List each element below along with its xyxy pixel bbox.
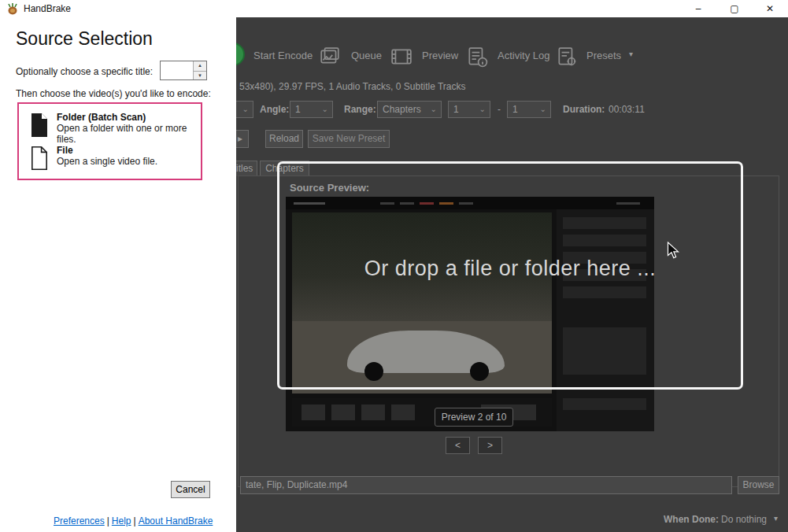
file-option[interactable]: File Open a single video file. — [25, 143, 197, 176]
when-done-label: When Done: — [664, 514, 719, 525]
preview-button[interactable]: Preview — [422, 50, 458, 61]
minimize-button[interactable]: – — [680, 0, 716, 17]
cancel-button[interactable]: Cancel — [171, 481, 210, 498]
chevron-down-icon[interactable]: ▾ — [774, 514, 778, 523]
source-options-box: Folder (Batch Scan) Open a folder with o… — [17, 102, 202, 180]
spinner-buttons: ▲ ▼ — [193, 61, 206, 79]
angle-select[interactable]: 1⌄ — [290, 101, 333, 118]
option-description: Open a folder with one or more files. — [57, 123, 197, 145]
duration-label: Duration: — [563, 104, 605, 115]
page-title: Source Selection — [16, 28, 153, 50]
start-encode-button[interactable]: Start Encode — [253, 50, 313, 61]
close-button[interactable]: ✕ — [752, 0, 788, 17]
browse-button[interactable]: Browse — [738, 476, 779, 494]
link-separator: | — [131, 515, 139, 526]
maximize-button[interactable]: ▢ — [716, 0, 753, 17]
about-handbrake-link[interactable]: About HandBrake — [139, 515, 213, 526]
window-title: HandBrake — [24, 3, 71, 14]
chevron-down-icon: ⌄ — [322, 102, 328, 117]
help-link[interactable]: Help — [112, 515, 131, 526]
spinner-down-icon[interactable]: ▼ — [194, 71, 206, 80]
range-label: Range: — [344, 104, 376, 115]
titlebar: HandBrake – ▢ ✕ — [0, 0, 788, 17]
range-separator: - — [498, 104, 501, 115]
duration-value: 00:03:11 — [609, 104, 645, 115]
mouse-cursor — [667, 242, 680, 263]
queue-icon[interactable] — [319, 46, 341, 68]
destination-file-field[interactable]: tate, Flip, Duplicate.mp4 — [240, 476, 732, 494]
link-separator: | — [105, 515, 112, 526]
activity-log-button[interactable]: Activity Log — [498, 50, 549, 61]
option-description: Open a single video file. — [57, 156, 157, 167]
reload-button[interactable]: Reload — [265, 130, 303, 148]
spinner-up-icon[interactable]: ▲ — [194, 61, 206, 71]
chevron-down-icon: ⌄ — [431, 102, 437, 117]
preview-next-button[interactable]: > — [478, 437, 502, 454]
drop-target-overlay[interactable]: Or drop a file or folder here ... — [277, 161, 743, 390]
source-selection-panel: Source Selection Optionally choose a spe… — [0, 17, 236, 532]
footer-links: Preferences|Help|About HandBrake — [54, 515, 213, 526]
queue-button[interactable]: Queue — [351, 50, 382, 61]
folder-batch-icon — [30, 113, 49, 141]
preview-prev-button[interactable]: < — [446, 437, 470, 454]
source-info-text: 53x480), 29.97 FPS, 1 Audio Tracks, 0 Su… — [239, 81, 465, 92]
option-name: Folder (Batch Scan) — [57, 112, 146, 123]
presets-icon[interactable] — [556, 46, 578, 68]
range-type-select[interactable]: Chapters⌄ — [377, 101, 442, 118]
choose-video-label: Then choose the video(s) you'd like to e… — [16, 88, 211, 99]
presets-caret-icon[interactable]: ▾ — [629, 50, 633, 58]
presets-button[interactable]: Presets — [586, 50, 621, 61]
option-name: File — [57, 145, 73, 156]
chevron-down-icon: ⌄ — [242, 102, 249, 117]
title-number-spinner: ▲ ▼ — [160, 61, 207, 80]
chevron-down-icon: ⌄ — [540, 102, 546, 117]
title-number-input[interactable] — [161, 61, 193, 79]
save-new-preset-button[interactable]: Save New Preset — [308, 130, 390, 148]
handbrake-window: HandBrake – ▢ ✕ Start Encode Queue Previ… — [0, 0, 788, 532]
preferences-link[interactable]: Preferences — [54, 515, 105, 526]
chapter-start-select[interactable]: 1⌄ — [448, 101, 490, 118]
specific-title-label: Optionally choose a specific title: — [16, 66, 153, 77]
angle-label: Angle: — [260, 104, 289, 115]
preview-count-badge: Preview 2 of 10 — [435, 408, 513, 427]
when-done-select[interactable]: Do nothing — [721, 514, 767, 525]
folder-batch-scan-option[interactable]: Folder (Batch Scan) Open a folder with o… — [25, 110, 197, 143]
activity-log-icon[interactable] — [466, 46, 488, 68]
chapter-end-select[interactable]: 1⌄ — [507, 101, 551, 118]
preview-icon[interactable] — [390, 46, 412, 68]
handbrake-logo-icon — [6, 2, 19, 18]
file-icon — [30, 146, 49, 174]
chevron-down-icon: ⌄ — [479, 102, 486, 117]
